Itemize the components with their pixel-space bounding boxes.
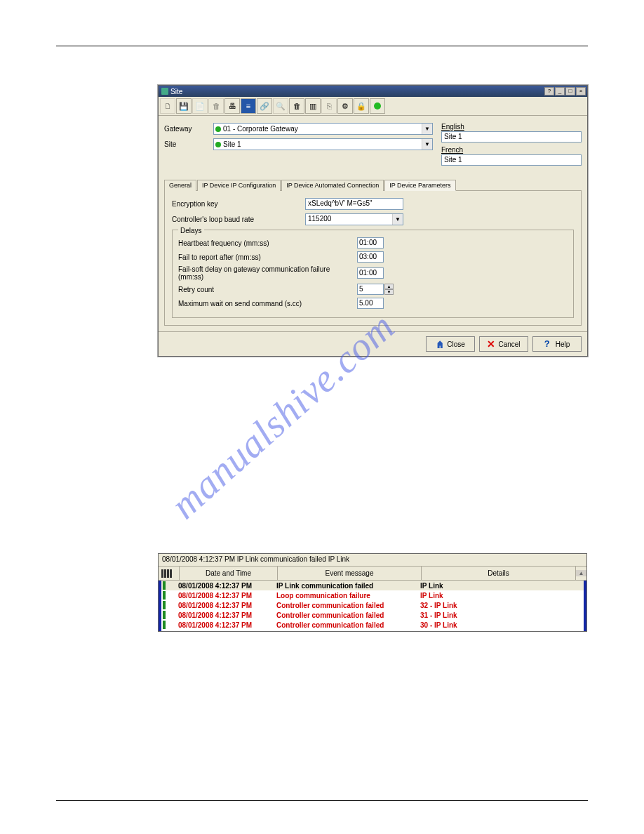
window-titlebar: Site ? _ □ × <box>159 86 587 97</box>
cancel-icon: ✕ <box>487 340 495 348</box>
gateway-label: Gateway <box>164 125 213 133</box>
log-row[interactable]: 08/01/2008 4:12:37 PMLoop communication … <box>161 590 584 600</box>
toolbar-new-icon[interactable]: 🗋 <box>160 98 175 114</box>
toolbar-save-icon[interactable]: 💾 <box>176 98 192 114</box>
help-button[interactable]: ? Help <box>532 336 582 352</box>
toolbar-lock-icon[interactable]: 🔒 <box>354 98 369 114</box>
baud-label: Controller's loop baud rate <box>172 216 305 223</box>
status-dot-icon <box>215 126 221 132</box>
log-gutter-header <box>159 567 180 580</box>
failsoft-input[interactable]: 01:00 <box>357 267 384 279</box>
site-dropdown[interactable]: Site 1 ▼ <box>213 138 433 150</box>
toolbar-status-icon[interactable] <box>370 98 385 114</box>
failsoft-label: Fail-soft delay on gateway communication… <box>178 265 357 281</box>
english-label: English <box>441 123 582 131</box>
close-icon <box>436 340 444 348</box>
tab-automated-connection[interactable]: IP Device Automated Connection <box>281 180 384 191</box>
minimize-button[interactable]: _ <box>555 87 565 95</box>
row-message: Loop communication failure <box>276 592 420 600</box>
french-label: French <box>441 146 582 154</box>
row-gutter <box>163 591 178 600</box>
status-dot-icon <box>215 142 221 147</box>
log-row[interactable]: 08/01/2008 4:12:37 PMIP Link communicati… <box>161 581 584 590</box>
baud-dropdown[interactable]: 115200 ▼ <box>305 213 403 225</box>
site-label: Site <box>164 140 213 148</box>
tab-ip-config[interactable]: IP Device IP Configuration <box>197 180 281 191</box>
baud-value: 115200 <box>308 215 331 223</box>
row-datetime: 08/01/2008 4:12:37 PM <box>178 611 276 619</box>
tab-device-parameters[interactable]: IP Device Parameters <box>384 180 455 191</box>
toolbar-print-icon[interactable]: 🖶 <box>224 98 240 114</box>
row-message: IP Link communication failed <box>276 582 420 590</box>
encryption-input[interactable]: xSLedq^bV' M=Gs5" <box>305 198 403 210</box>
retry-spinner[interactable]: ▲▼ <box>384 284 394 295</box>
gateway-dropdown[interactable]: 01 - Corporate Gateway ▼ <box>213 123 433 135</box>
log-status-bar: 08/01/2008 4:12:37 PM IP Link communicat… <box>159 554 586 567</box>
toolbar-trash-icon[interactable]: 🗑 <box>289 98 304 114</box>
log-row[interactable]: 08/01/2008 4:12:37 PMController communic… <box>161 620 584 630</box>
toolbar-link-icon[interactable]: 🔗 <box>257 98 272 114</box>
toolbar-props-icon[interactable]: ▥ <box>305 98 321 114</box>
bottom-rule <box>56 800 588 801</box>
row-message: Controller communication failed <box>276 621 420 629</box>
row-datetime: 08/01/2008 4:12:37 PM <box>178 592 276 600</box>
maxwait-input[interactable]: 5.00 <box>357 298 384 309</box>
cancel-button[interactable]: ✕ Cancel <box>479 336 528 352</box>
row-gutter <box>163 601 178 609</box>
top-rule <box>56 46 588 46</box>
encryption-label: Encryption key <box>172 200 305 208</box>
failreport-input[interactable]: 03:00 <box>357 251 384 263</box>
toolbar-config-icon[interactable]: ⚙ <box>337 98 353 114</box>
row-message: Controller communication failed <box>276 602 420 609</box>
log-header-message[interactable]: Event message <box>278 567 422 580</box>
window-title: Site <box>170 88 182 95</box>
app-icon <box>161 88 168 95</box>
button-bar: Close ✕ Cancel ? Help <box>159 331 587 356</box>
toolbar-copy-icon[interactable]: ⎘ <box>321 98 337 114</box>
toolbar-find-icon[interactable]: 🔍 <box>273 98 288 114</box>
close-label: Close <box>447 340 465 348</box>
site-window: Site ? _ □ × 🗋 💾 📄 🗑 🖶 ≡ 🔗 🔍 🗑 ▥ ⎘ ⚙ 🔒 <box>158 85 588 357</box>
close-button[interactable]: Close <box>426 336 475 352</box>
heartbeat-input[interactable]: 01:00 <box>357 237 384 249</box>
english-input[interactable]: Site 1 <box>441 131 582 143</box>
cancel-label: Cancel <box>498 340 520 348</box>
french-input[interactable]: Site 1 <box>441 154 582 166</box>
heartbeat-label: Heartbeat frequency (mm:ss) <box>178 239 357 247</box>
log-headers: Date and Time Event message Details <box>159 567 586 581</box>
log-row[interactable]: 08/01/2008 4:12:37 PMController communic… <box>161 610 584 620</box>
row-details: IP Link <box>420 592 582 600</box>
help-label: Help <box>556 340 570 348</box>
chevron-down-icon: ▼ <box>392 214 403 225</box>
retry-input[interactable]: 5 <box>357 284 384 295</box>
scroll-up-icon[interactable] <box>576 570 586 576</box>
gateway-value: 01 - Corporate Gateway <box>223 125 298 133</box>
row-details: 30 - IP Link <box>420 621 582 629</box>
toolbar-list-icon[interactable]: ≡ <box>241 98 256 114</box>
row-gutter <box>163 581 178 590</box>
log-body: 08/01/2008 4:12:37 PMIP Link communicati… <box>159 581 586 631</box>
delays-fieldset: Delays Heartbeat frequency (mm:ss) 01:00… <box>172 230 574 318</box>
tab-general[interactable]: General <box>164 180 196 191</box>
row-message: Controller communication failed <box>276 611 420 619</box>
close-window-button[interactable]: × <box>576 87 586 95</box>
maxwait-label: Maximum wait on send command (s.cc) <box>178 300 357 307</box>
row-details: 32 - IP Link <box>420 602 582 609</box>
site-value: Site 1 <box>223 140 241 148</box>
toolbar: 🗋 💾 📄 🗑 🖶 ≡ 🔗 🔍 🗑 ▥ ⎘ ⚙ 🔒 <box>159 97 587 116</box>
row-datetime: 08/01/2008 4:12:37 PM <box>178 582 276 590</box>
whatsthis-button[interactable]: ? <box>544 87 554 95</box>
maximize-button[interactable]: □ <box>565 87 575 95</box>
log-header-datetime[interactable]: Date and Time <box>180 567 278 580</box>
row-gutter <box>163 611 178 619</box>
event-log-window: 08/01/2008 4:12:37 PM IP Link communicat… <box>158 553 587 632</box>
row-datetime: 08/01/2008 4:12:37 PM <box>178 602 276 609</box>
row-details: 31 - IP Link <box>420 611 582 619</box>
tabs-bar: General IP Device IP Configuration IP De… <box>164 179 582 191</box>
toolbar-saveas-icon[interactable]: 📄 <box>192 98 208 114</box>
chevron-down-icon: ▼ <box>422 139 432 150</box>
toolbar-delete-icon[interactable]: 🗑 <box>208 98 224 114</box>
log-row[interactable]: 08/01/2008 4:12:37 PMController communic… <box>161 600 584 610</box>
delays-legend: Delays <box>178 227 204 234</box>
log-header-details[interactable]: Details <box>422 567 576 580</box>
